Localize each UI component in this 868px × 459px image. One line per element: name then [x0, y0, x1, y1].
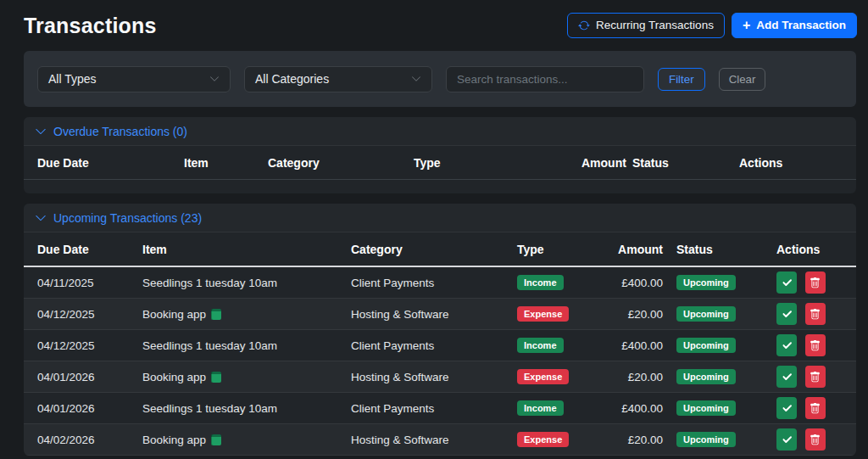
check-icon: [782, 340, 793, 351]
chevron-down-icon: [411, 74, 421, 84]
overdue-section-title: Overdue Transactions (0): [53, 125, 187, 138]
col-category: Category: [254, 146, 400, 180]
amount-cell: £400.00: [598, 393, 670, 424]
status-cell: Upcoming: [670, 361, 770, 393]
item-cell: Seedlings 1 tuesday 10am: [129, 393, 337, 424]
delete-transaction-button[interactable]: [805, 303, 826, 325]
amount-cell: £20.00: [598, 424, 670, 456]
confirm-transaction-button[interactable]: [776, 271, 797, 294]
confirm-transaction-button[interactable]: [776, 334, 797, 356]
green-book-icon: [211, 434, 221, 445]
overdue-section: Overdue Transactions (0) Due Date Item C…: [24, 117, 856, 193]
trash-icon: [810, 277, 821, 288]
clear-button[interactable]: Clear: [719, 68, 766, 91]
col-category: Category: [337, 232, 504, 266]
filter-button[interactable]: Filter: [658, 68, 705, 91]
col-status: Status: [670, 232, 770, 266]
col-type: Type: [400, 146, 568, 180]
col-amount: Amount: [598, 232, 670, 266]
due-date-cell: 04/11/2025: [24, 266, 129, 299]
search-input[interactable]: [446, 66, 644, 92]
delete-transaction-button[interactable]: [805, 271, 826, 294]
status-badge: Upcoming: [676, 369, 736, 384]
type-badge: Expense: [517, 432, 569, 447]
item-cell: Booking app: [129, 424, 337, 456]
status-cell: Upcoming: [670, 393, 770, 424]
upcoming-section-toggle[interactable]: Upcoming Transactions (23): [24, 204, 856, 232]
type-cell: Income: [504, 393, 598, 424]
overdue-section-toggle[interactable]: Overdue Transactions (0): [24, 117, 856, 146]
actions-cell: [770, 361, 856, 393]
status-badge: Upcoming: [676, 432, 736, 447]
status-badge: Upcoming: [676, 275, 736, 290]
type-cell: Income: [504, 266, 598, 299]
col-type: Type: [504, 232, 598, 266]
col-actions: Actions: [726, 146, 856, 180]
filter-bar: All Types All Categories Filter Clear: [24, 51, 856, 107]
category-filter-select[interactable]: All Categories: [244, 66, 432, 92]
add-transaction-button[interactable]: + Add Transaction: [732, 13, 857, 38]
item-label: Booking app: [142, 434, 206, 446]
confirm-transaction-button[interactable]: [776, 397, 797, 419]
col-actions: Actions: [770, 232, 856, 266]
transaction-row: 04/01/2026 Booking app Hosting & Softwar…: [24, 361, 856, 393]
col-amount: Amount: [568, 146, 626, 180]
actions-cell: [770, 266, 856, 299]
due-date-cell: 04/01/2026: [24, 361, 129, 393]
delete-transaction-button[interactable]: [805, 334, 826, 356]
transaction-row: 04/12/2025 Booking app Hosting & Softwar…: [24, 299, 856, 330]
green-book-icon: [211, 372, 221, 383]
due-date-cell: 04/01/2026: [24, 393, 129, 424]
top-actions: Recurring Transactions + Add Transaction: [567, 13, 857, 38]
amount-cell: £400.00: [598, 266, 670, 299]
confirm-transaction-button[interactable]: [776, 303, 797, 325]
actions-cell: [770, 393, 856, 424]
trash-icon: [810, 340, 821, 351]
type-cell: Expense: [504, 361, 598, 393]
refresh-icon: [578, 20, 590, 31]
item-cell: Booking app: [129, 299, 337, 330]
delete-transaction-button[interactable]: [805, 428, 826, 451]
actions-cell: [770, 424, 856, 456]
upcoming-table: Due Date Item Category Type Amount Statu…: [24, 232, 856, 456]
amount-cell: £20.00: [598, 361, 670, 393]
confirm-transaction-button[interactable]: [776, 428, 797, 451]
status-cell: Upcoming: [670, 330, 770, 361]
status-badge: Upcoming: [676, 306, 736, 322]
trash-icon: [810, 309, 821, 320]
green-book-icon: [211, 309, 221, 320]
check-icon: [782, 372, 793, 383]
due-date-cell: 04/02/2026: [24, 424, 129, 456]
transaction-row: 04/02/2026 Booking app Hosting & Softwar…: [24, 424, 856, 456]
col-due-date: Due Date: [24, 232, 129, 266]
delete-transaction-button[interactable]: [805, 366, 826, 388]
recurring-transactions-label: Recurring Transactions: [596, 19, 714, 32]
item-label: Seedlings 1 tuesday 10am: [142, 402, 277, 415]
type-filter-select[interactable]: All Types: [37, 66, 231, 92]
check-icon: [782, 277, 793, 288]
page-title: Transactions: [24, 14, 157, 38]
item-label: Booking app: [142, 371, 206, 383]
category-cell: Client Payments: [337, 266, 504, 299]
due-date-cell: 04/12/2025: [24, 299, 129, 330]
plus-icon: +: [743, 20, 750, 31]
item-cell: Booking app: [129, 361, 337, 393]
status-cell: Upcoming: [670, 424, 770, 456]
col-status: Status: [626, 146, 726, 180]
delete-transaction-button[interactable]: [805, 397, 826, 419]
top-bar: Transactions Recurring Transactions + Ad…: [0, 0, 868, 51]
type-cell: Income: [504, 330, 598, 361]
page-content: All Types All Categories Filter Clear Ov…: [0, 51, 868, 456]
status-cell: Upcoming: [670, 266, 770, 299]
item-cell: Seedlings 1 tuesday 10am: [129, 330, 337, 361]
trash-icon: [810, 434, 821, 445]
recurring-transactions-button[interactable]: Recurring Transactions: [567, 13, 725, 38]
add-transaction-label: Add Transaction: [756, 19, 846, 32]
overdue-empty-area: [24, 180, 856, 193]
confirm-transaction-button[interactable]: [776, 366, 797, 388]
due-date-cell: 04/12/2025: [24, 330, 129, 361]
overdue-table: Due Date Item Category Type Amount Statu…: [24, 146, 856, 180]
type-badge: Income: [517, 338, 564, 353]
transaction-row: 04/12/2025 Seedlings 1 tuesday 10am Clie…: [24, 330, 856, 361]
check-icon: [782, 309, 793, 320]
